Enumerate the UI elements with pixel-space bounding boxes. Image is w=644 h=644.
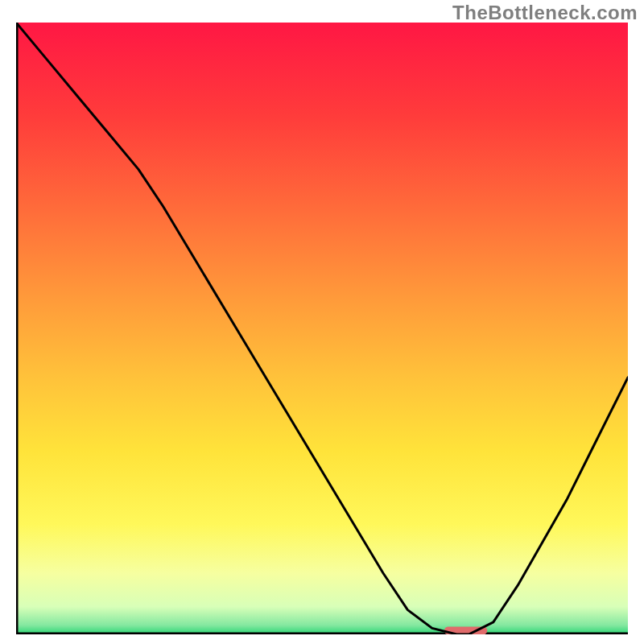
chart-stage: TheBottleneck.com [0,0,644,644]
gradient-background [16,23,628,634]
watermark-text: TheBottleneck.com [452,2,638,24]
plot-area [16,23,628,634]
bottleneck-chart [16,23,628,634]
